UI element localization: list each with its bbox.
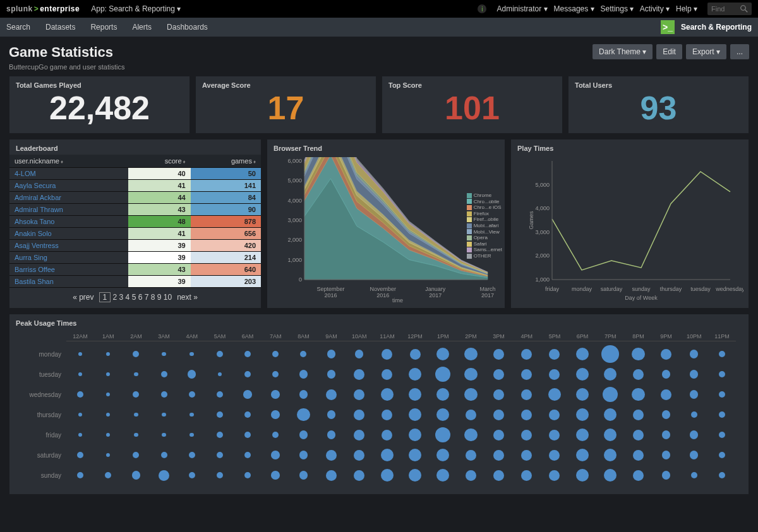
pager-page[interactable]: 8 bbox=[151, 293, 155, 302]
svg-text:2,000: 2,000 bbox=[535, 252, 550, 259]
theme-button[interactable]: Dark Theme ▾ bbox=[593, 44, 653, 59]
punch-row: sunday bbox=[66, 465, 736, 485]
panel-title-peak: Peak Usage Times bbox=[9, 314, 749, 329]
table-row[interactable]: Barriss Offee43640 bbox=[9, 264, 261, 276]
svg-text:March: March bbox=[479, 286, 495, 292]
col-score[interactable]: score♦ bbox=[128, 155, 191, 168]
export-button[interactable]: Export ▾ bbox=[686, 44, 726, 59]
pager-page[interactable]: 10 bbox=[164, 293, 172, 302]
leaderboard-table: user.nickname♦ score♦ games♦ 4-LOM4050Aa… bbox=[9, 155, 261, 288]
browser-legend: ChromeChro...obileChro...e iOSFirefoxFir… bbox=[467, 192, 502, 259]
svg-text:4,000: 4,000 bbox=[287, 198, 302, 204]
pager: « prev 1 2 3 4 5 6 7 8 9 10 next » bbox=[9, 288, 261, 308]
brand-logo: splunk>enterprise bbox=[6, 4, 80, 13]
table-row[interactable]: 4-LOM4050 bbox=[9, 168, 261, 180]
panel-title-browser: Browser Trend bbox=[267, 139, 505, 155]
page-subtitle: ButtercupGo game and user statistics bbox=[9, 63, 124, 71]
pager-page[interactable]: 7 bbox=[145, 293, 149, 302]
table-row[interactable]: Anakin Solo41656 bbox=[9, 228, 261, 240]
browser-trend-chart[interactable]: 01,0002,0003,0004,0005,0006,000September… bbox=[272, 157, 500, 302]
svg-text:thursday: thursday bbox=[660, 286, 682, 292]
kpi-top score: Top Score101 bbox=[382, 76, 563, 134]
svg-text:friday: friday bbox=[545, 286, 560, 292]
menu-activity[interactable]: Activity ▾ bbox=[640, 4, 670, 13]
search-input[interactable] bbox=[711, 5, 737, 13]
pager-prev[interactable]: « prev bbox=[73, 293, 93, 302]
table-row[interactable]: Ahsoka Tano48878 bbox=[9, 216, 261, 228]
menu-administrator[interactable]: Administrator ▾ bbox=[496, 4, 547, 13]
kpi-total games played: Total Games Played22,482 bbox=[9, 76, 190, 134]
svg-text:4,000: 4,000 bbox=[535, 205, 550, 211]
peak-usage-chart[interactable]: 12AM1AM2AM3AM4AM5AM6AM7AM8AM9AM10AM11AM1… bbox=[9, 329, 749, 494]
table-row[interactable]: Admiral Ackbar4484 bbox=[9, 192, 261, 204]
menu-help[interactable]: Help ▾ bbox=[676, 4, 697, 13]
table-row[interactable]: Asajj Ventress39420 bbox=[9, 240, 261, 252]
svg-line-1 bbox=[745, 10, 748, 13]
svg-text:2016: 2016 bbox=[324, 292, 337, 299]
punch-row: monday bbox=[66, 344, 736, 364]
peak-usage-panel: Peak Usage Times 12AM1AM2AM3AM4AM5AM6AM7… bbox=[9, 314, 749, 495]
svg-text:tuesday: tuesday bbox=[690, 286, 711, 292]
svg-text:2017: 2017 bbox=[429, 292, 442, 299]
global-search[interactable] bbox=[707, 3, 752, 15]
punch-row: wednesday bbox=[66, 384, 736, 405]
app-switcher[interactable]: App: Search & Reporting ▾ bbox=[91, 4, 181, 13]
tab-alerts[interactable]: Alerts bbox=[132, 23, 152, 32]
play-times-chart[interactable]: 1,0002,0003,0004,0005,000fridaymondaysat… bbox=[516, 157, 743, 302]
search-icon bbox=[740, 5, 748, 13]
app-icon: >_ bbox=[661, 20, 675, 34]
pager-next[interactable]: next » bbox=[177, 293, 198, 302]
svg-text:0: 0 bbox=[299, 276, 302, 283]
pager-page[interactable]: 1 bbox=[99, 292, 111, 302]
punch-row: friday bbox=[66, 425, 736, 445]
table-row[interactable]: Aurra Sing39214 bbox=[9, 252, 261, 264]
info-icon[interactable]: i bbox=[478, 4, 486, 13]
svg-text:September: September bbox=[316, 286, 344, 292]
pager-page[interactable]: 9 bbox=[157, 293, 162, 302]
svg-text:1,000: 1,000 bbox=[287, 257, 302, 263]
pager-page[interactable]: 4 bbox=[126, 293, 130, 302]
svg-text:2016: 2016 bbox=[376, 292, 389, 299]
app-name: Search & Reporting bbox=[681, 23, 752, 32]
kpi-total users: Total Users93 bbox=[568, 76, 749, 134]
menu-messages[interactable]: Messages ▾ bbox=[554, 4, 594, 13]
panel-title-playtimes: Play Times bbox=[511, 139, 749, 155]
svg-text:2017: 2017 bbox=[481, 292, 494, 299]
svg-point-0 bbox=[741, 6, 746, 11]
svg-text:1,000: 1,000 bbox=[535, 276, 550, 283]
browser-trend-panel: Browser Trend 01,0002,0003,0004,0005,000… bbox=[267, 139, 505, 309]
leaderboard-panel: Leaderboard user.nickname♦ score♦ games♦… bbox=[9, 139, 262, 309]
svg-text:Day of Week: Day of Week bbox=[625, 295, 658, 301]
more-button[interactable]: ... bbox=[730, 44, 749, 59]
table-row[interactable]: Aayla Secura41141 bbox=[9, 180, 261, 192]
tab-search[interactable]: Search bbox=[6, 23, 30, 32]
svg-text:wednesday: wednesday bbox=[715, 286, 743, 292]
edit-button[interactable]: Edit bbox=[656, 44, 682, 59]
tab-datasets[interactable]: Datasets bbox=[45, 23, 75, 32]
punch-row: tuesday bbox=[66, 364, 736, 384]
tab-dashboards[interactable]: Dashboards bbox=[167, 23, 208, 32]
menu-settings[interactable]: Settings ▾ bbox=[601, 4, 634, 13]
svg-text:Games: Games bbox=[528, 211, 534, 230]
table-row[interactable]: Admiral Thrawn4390 bbox=[9, 204, 261, 216]
svg-text:saturday: saturday bbox=[601, 286, 623, 292]
pager-page[interactable]: 5 bbox=[132, 293, 136, 302]
svg-text:6,000: 6,000 bbox=[287, 158, 302, 164]
pager-page[interactable]: 3 bbox=[119, 293, 124, 302]
kpi-average score: Average Score17 bbox=[195, 76, 376, 134]
col-nickname[interactable]: user.nickname♦ bbox=[9, 155, 128, 168]
panel-title-leaderboard: Leaderboard bbox=[9, 139, 261, 155]
tab-reports[interactable]: Reports bbox=[90, 23, 117, 32]
svg-text:3,000: 3,000 bbox=[535, 229, 550, 235]
svg-text:_time: _time bbox=[388, 297, 403, 302]
pager-page[interactable]: 6 bbox=[138, 293, 143, 302]
play-times-panel: Play Times 1,0002,0003,0004,0005,000frid… bbox=[510, 139, 749, 309]
svg-text:January: January bbox=[425, 286, 446, 292]
page-title: Game Statistics bbox=[9, 44, 124, 61]
punch-row: thursday bbox=[66, 405, 736, 425]
svg-text:5,000: 5,000 bbox=[287, 177, 302, 184]
svg-text:3,000: 3,000 bbox=[287, 217, 302, 223]
col-games[interactable]: games♦ bbox=[191, 155, 261, 168]
table-row[interactable]: Bastila Shan39203 bbox=[9, 276, 261, 288]
pager-page[interactable]: 2 bbox=[113, 293, 117, 302]
